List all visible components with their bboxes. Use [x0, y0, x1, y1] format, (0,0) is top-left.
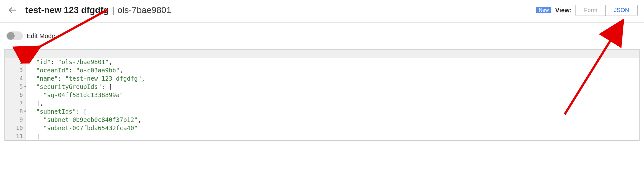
editor-line: 10 "subnet-007fbda65432fca40" — [5, 124, 639, 132]
line-number: 1▼ — [5, 50, 26, 58]
editor-line: 9 "subnet-0b9eeb0c840f37b12", — [5, 116, 639, 124]
new-badge: New — [536, 7, 551, 13]
toggle-knob-icon — [7, 32, 15, 40]
line-number: 10 — [5, 124, 26, 132]
code-content[interactable]: "subnet-0b9eeb0c840f37b12", — [26, 116, 639, 124]
fold-toggle-icon[interactable]: ▼ — [24, 50, 26, 58]
code-content[interactable]: "id": "ols-7bae9801", — [26, 58, 639, 66]
fold-toggle-icon[interactable]: ▼ — [24, 107, 26, 116]
code-content[interactable]: "subnetIds": [ — [26, 107, 639, 116]
view-form-button[interactable]: Form — [576, 5, 606, 16]
view-label: View: — [555, 7, 572, 14]
editmode-row: Edit Mode — [0, 23, 644, 46]
editor-line: 8▼ "subnetIds": [ — [5, 107, 639, 116]
code-content[interactable]: "sg-04ff581dc1338899a" — [26, 91, 639, 99]
fold-toggle-icon[interactable]: ▼ — [24, 83, 26, 91]
code-content[interactable]: "securityGroupIds": [ — [26, 83, 639, 91]
line-number: 4 — [5, 74, 26, 83]
code-content[interactable]: "subnet-007fbda65432fca40" — [26, 124, 639, 132]
editor-line: 1▼{ — [5, 50, 639, 58]
line-number: 3 — [5, 66, 26, 74]
editor-line: 3 "oceanId": "o-c03aa9bb", — [5, 66, 639, 74]
editor-line: 5▼ "securityGroupIds": [ — [5, 83, 639, 91]
editmode-label: Edit Mode — [27, 32, 55, 40]
json-editor[interactable]: 1▼{2 "id": "ols-7bae9801",3 "oceanId": "… — [4, 49, 640, 141]
view-json-button[interactable]: JSON — [605, 5, 638, 16]
editor-line: 4 "name": "test-new 123 dfgdfg", — [5, 74, 639, 83]
editor-line: 11 ] — [5, 132, 639, 140]
code-content[interactable]: ], — [26, 99, 639, 107]
title-id: ols-7bae9801 — [117, 5, 171, 15]
title-separator: | — [112, 5, 114, 15]
line-number: 2 — [5, 58, 26, 66]
code-content[interactable]: "oceanId": "o-c03aa9bb", — [26, 66, 639, 74]
editor-line: 7 ], — [5, 99, 639, 107]
title-main: test-new 123 dfgdfg — [25, 5, 109, 15]
code-content[interactable]: { — [26, 50, 639, 58]
line-number: 6 — [5, 91, 26, 99]
page-title: test-new 123 dfgdfg | ols-7bae9801 — [25, 5, 171, 15]
line-number: 11 — [5, 132, 26, 140]
editmode-toggle[interactable] — [6, 31, 23, 40]
editor-line: 2 "id": "ols-7bae9801", — [5, 58, 639, 66]
view-segmented: Form JSON — [575, 5, 638, 16]
page-header: test-new 123 dfgdfg | ols-7bae9801 New V… — [0, 0, 644, 23]
line-number: 7 — [5, 99, 26, 107]
code-content[interactable]: ] — [26, 132, 639, 140]
line-number: 8▼ — [5, 107, 26, 116]
line-number: 5▼ — [5, 83, 26, 91]
line-number: 9 — [5, 116, 26, 124]
editor-line: 6 "sg-04ff581dc1338899a" — [5, 91, 639, 99]
back-arrow-icon[interactable] — [6, 4, 19, 17]
view-controls: New View: Form JSON — [536, 5, 638, 16]
code-content[interactable]: "name": "test-new 123 dfgdfg", — [26, 74, 639, 83]
